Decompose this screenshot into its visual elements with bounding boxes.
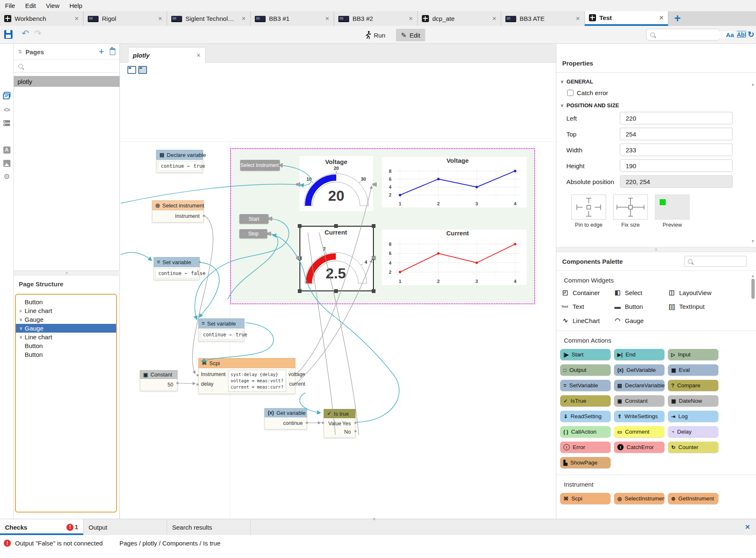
redo-icon[interactable]: ↷ [34, 28, 42, 38]
palette-action-eval[interactable]: ▦Eval [668, 364, 718, 376]
settings-gear-icon[interactable]: ⚙ [0, 171, 13, 182]
page-structure-item[interactable]: ∨Gauge [16, 324, 116, 333]
resize-handle[interactable] [298, 256, 302, 260]
set-variable-node[interactable]: =Set variable continue←true [198, 318, 244, 341]
tab-close-icon[interactable]: ✕ [241, 15, 247, 23]
delete-page-icon[interactable] [110, 48, 115, 55]
page-list-item[interactable]: plotly [14, 76, 119, 87]
toolbar-search[interactable] [646, 29, 720, 40]
bottom-tab-output[interactable]: Output [84, 519, 167, 535]
run-button[interactable]: Run [360, 29, 391, 41]
start-widget-button[interactable]: Start [239, 214, 269, 224]
palette-action-selectinstrument[interactable]: ◎SelectInstrument [614, 493, 665, 504]
section-general[interactable]: ∨GENERAL [556, 73, 756, 85]
palette-action-compare[interactable]: ?Compare [668, 380, 718, 391]
preview-toggle[interactable] [655, 194, 690, 220]
select-instrument-widget-button[interactable]: Select Instrument [240, 160, 280, 171]
voltage-gauge-widget[interactable]: Voltage10203020 [299, 156, 373, 211]
pages-search[interactable] [14, 60, 119, 73]
resize-handle[interactable] [372, 289, 375, 293]
refresh-icon[interactable]: ↻ [748, 30, 754, 39]
panel-splitter[interactable]: = [14, 270, 120, 275]
check-error-row[interactable]: ! Output "False" is not connected Pages … [0, 535, 756, 547]
is-true-node[interactable]: ✓Is true ValueYes No [324, 409, 355, 438]
pin-to-edge-toggle[interactable] [571, 194, 606, 220]
form-view-icon[interactable] [0, 117, 13, 129]
chevron-right-icon[interactable]: > [19, 308, 25, 313]
palette-widget-container[interactable]: ◰Container [561, 289, 614, 296]
palette-action-setvariable[interactable]: =SetVariable [560, 380, 611, 391]
page-structure-item[interactable]: ∨Line chart [16, 333, 116, 341]
palette-action-output[interactable]: □Output [560, 364, 611, 376]
palette-action-callaction[interactable]: ( )CallAction [560, 426, 611, 437]
current-chart-widget[interactable]: Current12342468 [382, 230, 527, 285]
palette-action-constant[interactable]: ▣Constant [614, 395, 665, 407]
panel-splitter[interactable]: = [556, 247, 756, 252]
page-structure-item[interactable]: Button [16, 350, 116, 359]
palette-widget-textinput[interactable]: [|]TextInput [668, 303, 756, 310]
palette-widget-layoutview[interactable]: ◫LayoutView [668, 289, 756, 296]
resize-handle[interactable] [334, 289, 338, 293]
canvas-mode-icon-b[interactable] [138, 66, 147, 74]
page-structure-item[interactable]: ∨Gauge [16, 315, 116, 324]
edit-button[interactable]: ✎ Edit [396, 29, 425, 41]
palette-action-error[interactable]: !Error [560, 442, 611, 453]
menu-file[interactable]: File [5, 2, 15, 9]
style-tool-icon[interactable] [0, 131, 13, 142]
menu-view[interactable]: View [46, 2, 59, 9]
current-gauge-widget[interactable]: Current242.5 [299, 226, 374, 291]
app-tab[interactable]: BB3 ATE✕ [501, 11, 585, 26]
get-variable-node[interactable]: (x)Get variable continue [264, 408, 307, 429]
chevron-down-icon[interactable]: ∨ [19, 334, 25, 340]
palette-action-istrue[interactable]: ✓IsTrue [560, 395, 611, 407]
tab-close-icon[interactable]: ✕ [408, 15, 414, 23]
palette-widget-select[interactable]: ◧Select [614, 289, 668, 296]
tab-close-icon[interactable]: ✕ [196, 52, 201, 58]
palette-action-showpage[interactable]: ▙ShowPage [560, 457, 611, 468]
tab-close-icon[interactable]: ✕ [157, 15, 163, 23]
palette-action-log[interactable]: ⇥Log [668, 411, 718, 422]
palette-action-catcherror[interactable]: !CatchError [614, 442, 665, 453]
canvas-splitter-handle[interactable]: ≡ [373, 517, 375, 521]
canvas-page-tab[interactable]: plotly ✕ [128, 47, 205, 63]
stop-widget-button[interactable]: Stop [239, 229, 267, 238]
resize-handle[interactable] [334, 224, 338, 228]
bottom-tab-search-results[interactable]: Search results [167, 519, 251, 535]
app-tab[interactable]: Workbench✕ [0, 11, 84, 26]
add-tab-button[interactable]: + [668, 11, 687, 26]
resize-handle[interactable] [298, 289, 302, 293]
palette-search[interactable] [684, 256, 747, 267]
flow-canvas[interactable]: plotly ✕ Select Instrument Start Stop Vo… [120, 44, 556, 519]
code-view-icon[interactable]: <> [0, 104, 13, 116]
scroll-up-icon[interactable]: ▲ [751, 274, 755, 278]
palette-action-declarevariable[interactable]: ▤DeclareVariable [614, 380, 665, 391]
palette-widget-gauge[interactable]: ◠Gauge [614, 317, 668, 324]
catch-error-checkbox[interactable] [567, 90, 573, 96]
app-tab[interactable]: Rigol✕ [84, 11, 167, 26]
app-tab[interactable]: Test✕ [585, 11, 668, 26]
scroll-up-icon[interactable]: ▲ [751, 82, 755, 86]
palette-search-input[interactable] [695, 258, 743, 265]
add-page-button[interactable]: + [99, 46, 104, 57]
palette-action-writesettings[interactable]: ⇑WriteSettings [614, 411, 665, 422]
palette-widget-linechart[interactable]: ∿LineChart [561, 317, 614, 324]
sort-icon[interactable]: ⇅ [18, 49, 22, 55]
close-panel-icon[interactable]: ✕ [745, 523, 750, 531]
match-case-icon[interactable]: Aa [726, 31, 734, 38]
match-word-icon[interactable]: Abl [737, 31, 746, 38]
app-tab[interactable]: Siglent Technologies...✕ [167, 11, 251, 26]
page-structure-item[interactable]: Button [16, 298, 116, 306]
tab-close-icon[interactable]: ✕ [575, 15, 581, 23]
section-position-size[interactable]: ∨POSITION AND SIZE [556, 96, 756, 109]
palette-action-datenow[interactable]: ▦DateNow [668, 395, 718, 407]
fix-size-toggle[interactable] [613, 194, 648, 220]
palette-action-input[interactable]: ▷Input [668, 349, 718, 360]
app-tab[interactable]: BB3 #2✕ [334, 11, 418, 26]
chevron-down-icon[interactable]: ∨ [19, 326, 25, 331]
canvas-mode-icon-a[interactable] [127, 66, 136, 74]
app-tab[interactable]: dcp_ate✕ [418, 11, 501, 26]
scpi-code[interactable]: syst:delay {delay} voltage = meas:volt? … [228, 370, 286, 392]
tab-close-icon[interactable]: ✕ [658, 14, 665, 22]
menu-help[interactable]: Help [69, 2, 82, 9]
palette-action-scpi[interactable]: ⌘Scpi [560, 493, 611, 504]
